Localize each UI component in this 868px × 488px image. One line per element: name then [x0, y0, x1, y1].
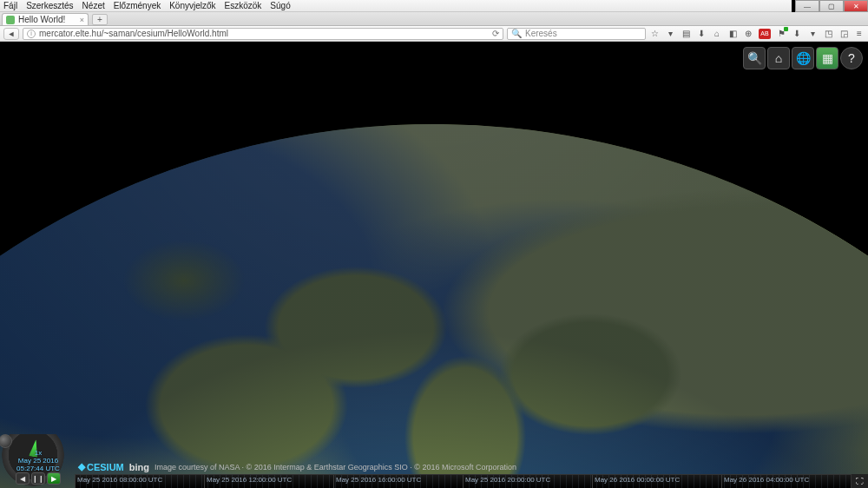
animation-buttons: ◀ ❙❙ ▶: [16, 472, 61, 485]
extension1-icon[interactable]: ◳: [823, 29, 833, 39]
reload-icon[interactable]: ⟳: [492, 29, 499, 38]
home-icon: ⌂: [775, 51, 782, 65]
play-reverse-button[interactable]: ◀: [16, 472, 30, 485]
home-view-button[interactable]: ⌂: [767, 47, 790, 69]
pocket-icon[interactable]: ▾: [665, 29, 675, 39]
timeline-tick-label: May 25 2016 16:00:00 UTC: [336, 476, 421, 484]
timeline-tick-label: May 26 2016 04:00:00 UTC: [724, 476, 809, 484]
os-menubar: Fájl Szerkesztés Nézet Előzmények Könyvj…: [0, 0, 792, 12]
scene-mode-button[interactable]: 🌐: [792, 47, 814, 69]
timeline-tick-label: May 25 2016 12:00:00 UTC: [207, 476, 292, 484]
geocoder-search-button[interactable]: 🔍: [743, 47, 766, 69]
downloads-icon[interactable]: ⬇: [696, 29, 707, 39]
window-close-button[interactable]: ✕: [844, 0, 868, 12]
nav-help-button[interactable]: ?: [840, 47, 863, 69]
timeline-tick: May 25 2016 16:00:00 UTC: [333, 475, 463, 488]
timeline-tick: May 25 2016 20:00:00 UTC: [463, 475, 592, 488]
timeline-major-ticks: May 25 2016 08:00:00 UTC May 25 2016 12:…: [75, 475, 851, 488]
search-icon: 🔍: [747, 51, 762, 65]
animation-readout: 1x May 25 2016 05:27:44 UTC: [12, 449, 64, 472]
animation-speed: 1x: [12, 449, 64, 457]
tab-strip: Hello World! × +: [0, 12, 868, 26]
base-layer-picker-button[interactable]: ▦: [816, 47, 838, 69]
globe[interactable]: [0, 124, 868, 488]
timeline-tick: May 26 2016 00:00:00 UTC: [592, 475, 721, 488]
adblock-icon[interactable]: AB: [759, 29, 771, 39]
animation-time: 05:27:44 UTC: [12, 465, 64, 472]
address-bar[interactable]: i mercator.elte.hu/~saman/cesium/HelloWo…: [23, 28, 503, 40]
timeline-tick-label: May 26 2016 00:00:00 UTC: [595, 476, 680, 484]
home-icon[interactable]: ⌂: [712, 29, 722, 39]
extension2-icon[interactable]: ◲: [838, 29, 849, 39]
bookmark-star-icon[interactable]: ☆: [649, 29, 660, 39]
imagery-credit-text: Image courtesy of NASA · © 2016 Intermap…: [155, 463, 516, 472]
menu-history[interactable]: Előzmények: [114, 1, 161, 10]
animation-widget[interactable]: 1x May 25 2016 05:27:44 UTC ◀ ❙❙ ▶: [2, 434, 75, 486]
tab-favicon-icon: [6, 16, 15, 24]
toolbar-icons: ☆ ▾ ▤ ⬇ ⌂ ◧ ⊕ AB ⚑ ⬇ ▾ ◳ ◲ ≡: [649, 29, 865, 39]
animation-date: May 25 2016: [12, 457, 64, 465]
fullscreen-icon: ⛶: [856, 477, 864, 485]
globe-icon: 🌐: [796, 51, 811, 65]
new-tab-button[interactable]: +: [92, 14, 108, 25]
pause-button[interactable]: ❙❙: [31, 472, 45, 485]
browser-tab-active[interactable]: Hello World! ×: [2, 13, 89, 25]
cesium-viewer[interactable]: 🔍 ⌂ 🌐 ▦ ? ◆ CESIUM bing Image courtesy o…: [0, 42, 868, 488]
timeline-tick: May 25 2016 12:00:00 UTC: [204, 475, 333, 488]
layers-icon: ▦: [822, 51, 833, 65]
cesium-logo-text: CESIUM: [87, 462, 124, 472]
timeline[interactable]: May 25 2016 08:00:00 UTC May 25 2016 12:…: [75, 474, 851, 488]
menu-view[interactable]: Nézet: [82, 1, 105, 10]
menu-edit[interactable]: Szerkesztés: [26, 1, 73, 10]
fullscreen-button[interactable]: ⛶: [851, 474, 868, 488]
search-placeholder: Keresés: [525, 29, 557, 38]
search-icon: 🔍: [511, 29, 522, 38]
help-icon: ?: [848, 51, 855, 65]
timeline-tick: May 26 2016 04:00:00 UTC: [721, 475, 851, 488]
timeline-tick-label: May 25 2016 20:00:00 UTC: [465, 476, 550, 484]
cesium-credits: ◆ CESIUM bing Image courtesy of NASA · ©…: [78, 461, 516, 472]
sync-icon[interactable]: ⊕: [743, 29, 753, 39]
site-info-icon[interactable]: i: [27, 30, 36, 38]
menu-bookmarks[interactable]: Könyvjelzők: [169, 1, 215, 10]
window-minimize-button[interactable]: —: [795, 0, 819, 12]
play-forward-button[interactable]: ▶: [47, 472, 61, 485]
url-text: mercator.elte.hu/~saman/cesium/HelloWorl…: [39, 29, 228, 38]
search-box[interactable]: 🔍 Keresés: [507, 28, 646, 40]
window-maximize-button[interactable]: ▢: [819, 0, 844, 12]
hamburger-menu-icon[interactable]: ≡: [854, 29, 865, 39]
sidebar-icon[interactable]: ◧: [727, 29, 738, 39]
window-controls: — ▢ ✕: [795, 0, 868, 12]
timeline-tick-label: May 25 2016 08:00:00 UTC: [77, 476, 162, 484]
menu-file[interactable]: Fájl: [3, 1, 17, 10]
cesium-logo-icon: ◆ CESIUM: [78, 461, 124, 472]
reader-icon[interactable]: ▤: [681, 29, 691, 39]
addon-flag-icon[interactable]: ⚑: [776, 29, 786, 39]
cesium-toolbar: 🔍 ⌂ 🌐 ▦ ?: [743, 47, 863, 69]
browser-nav-row: ◄ i mercator.elte.hu/~saman/cesium/Hello…: [0, 26, 868, 42]
bing-logo: bing: [129, 462, 149, 472]
tab-title: Hello World!: [18, 15, 65, 24]
timeline-tick: May 25 2016 08:00:00 UTC: [75, 475, 204, 488]
download-arrow-icon[interactable]: ⬇: [792, 29, 802, 39]
menu-help[interactable]: Súgó: [270, 1, 290, 10]
back-button[interactable]: ◄: [3, 28, 19, 40]
menu-tools[interactable]: Eszközök: [225, 1, 262, 10]
overflow-icon[interactable]: ▾: [807, 29, 818, 39]
tab-close-icon[interactable]: ×: [80, 16, 84, 24]
